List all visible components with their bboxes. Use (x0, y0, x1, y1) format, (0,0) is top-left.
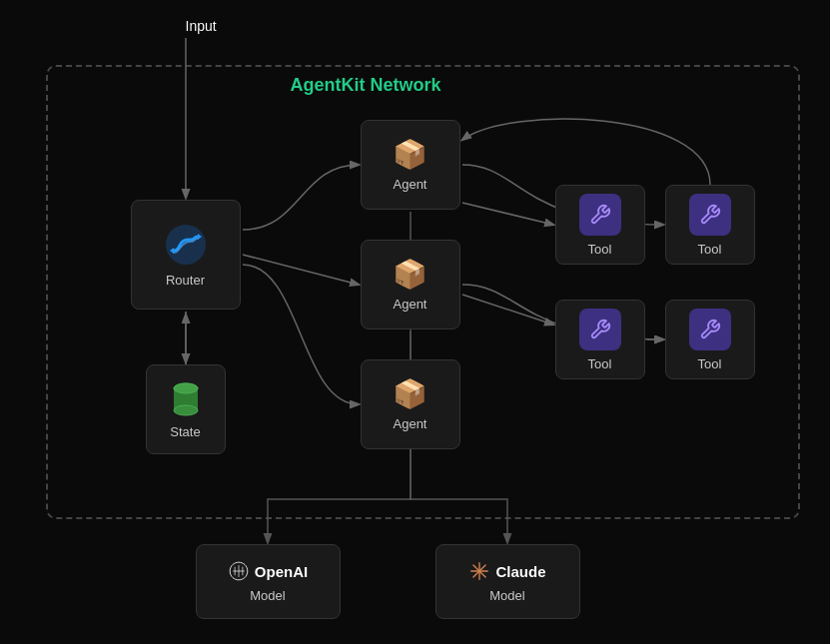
openai-brand: OpenAI (228, 560, 308, 582)
diagram-container: Input AgentKit Network (11, 10, 820, 634)
node-router: Router (131, 200, 241, 310)
tool1-label: Tool (588, 242, 612, 257)
agent1-icon: 📦 (393, 138, 427, 171)
openai-sublabel: Model (250, 588, 285, 603)
tool2-icon (689, 194, 731, 236)
node-tool2: Tool (665, 185, 755, 265)
agent2-label: Agent (394, 297, 427, 312)
node-agent2: 📦 Agent (361, 240, 460, 329)
agent3-label: Agent (394, 416, 427, 431)
claude-name: Claude (495, 563, 545, 580)
agent2-icon: 📦 (393, 258, 427, 291)
tool1-icon (579, 194, 621, 236)
input-label: Input (186, 18, 217, 34)
node-agent1: 📦 Agent (361, 120, 460, 210)
network-title: AgentKit Network (291, 75, 441, 96)
state-label: State (170, 424, 200, 439)
agent3-icon: 📦 (393, 377, 427, 410)
router-label: Router (166, 273, 205, 288)
node-tool1: Tool (555, 185, 645, 265)
router-icon (164, 223, 208, 267)
tool3-icon (579, 309, 621, 350)
node-claude: Claude Model (435, 544, 580, 619)
claude-logo-icon (468, 560, 490, 582)
node-openai: OpenAI Model (196, 544, 341, 619)
openai-name: OpenAI (255, 563, 308, 580)
svg-point-13 (174, 383, 198, 393)
svg-point-7 (166, 225, 206, 265)
tool4-icon (689, 309, 731, 350)
agent1-label: Agent (394, 177, 427, 192)
tool2-label: Tool (698, 242, 722, 257)
svg-point-12 (174, 405, 198, 415)
node-tool3: Tool (555, 300, 645, 379)
claude-sublabel: Model (489, 588, 524, 603)
tool4-label: Tool (698, 356, 722, 371)
node-agent3: 📦 Agent (361, 359, 460, 449)
state-icon (172, 380, 200, 418)
claude-brand: Claude (468, 560, 545, 582)
node-state: State (146, 364, 226, 454)
node-tool4: Tool (665, 300, 755, 379)
openai-logo-icon (228, 560, 250, 582)
tool3-label: Tool (588, 356, 612, 371)
